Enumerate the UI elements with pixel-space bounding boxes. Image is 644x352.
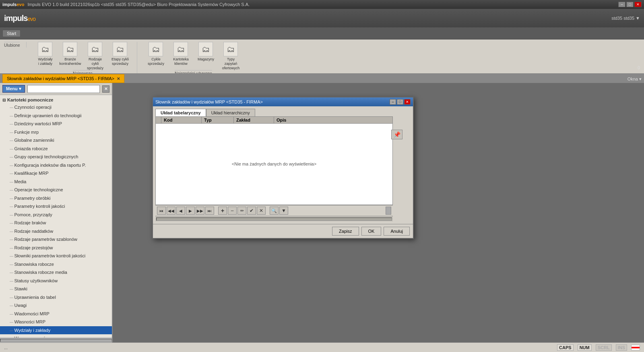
tree-item-parametry-kon[interactable]: Parametry kontroli jakości bbox=[0, 202, 112, 211]
tree-root-kartoteki[interactable]: ⊟ Kartoteki pomocnicze bbox=[0, 97, 112, 103]
dialog-minimize-button[interactable]: – bbox=[390, 99, 396, 105]
window-tab-slownik[interactable]: Słownik zakładów i wydziałów MRP <STD35 … bbox=[2, 74, 124, 83]
filter-icon[interactable]: 🔍 bbox=[270, 207, 279, 215]
ribbon-label-cykle: Cyklesprzedaży bbox=[148, 57, 164, 66]
start-button[interactable]: Start bbox=[2, 30, 21, 37]
sidebar: Menu ▾ ✕ ⊟ Kartoteki pomocnicze Czynnośc… bbox=[0, 83, 113, 342]
tree-item-uprawnienia[interactable]: Uprawnienia do tabel bbox=[0, 293, 112, 302]
window-tab-close-icon[interactable]: ✕ bbox=[117, 77, 120, 81]
nav-first-button[interactable]: ⏮ bbox=[157, 207, 166, 215]
tree-item-czynnosci[interactable]: Czynności operacji bbox=[0, 103, 112, 112]
tree-item-pomoce[interactable]: Pomoce, przyrządy bbox=[0, 211, 112, 219]
tree-item-gniazda[interactable]: Gniazda robocze bbox=[0, 145, 112, 153]
ribbon-item-etapy-cykli[interactable]: 🗂 Etapy cyklisprzedaży bbox=[109, 42, 130, 70]
nav-prev-prev-button[interactable]: ◀◀ bbox=[167, 207, 175, 215]
ribbon: Ulubione 🗂 Wydziałyi zakłady 🗂 Branżekon… bbox=[0, 39, 644, 76]
tree-item-parametry-obr[interactable]: Parametry obróbki bbox=[0, 194, 112, 203]
add-button[interactable]: + bbox=[218, 207, 227, 215]
filter-down-icon[interactable]: ▼ bbox=[279, 207, 288, 215]
minimize-button[interactable]: – bbox=[618, 2, 625, 7]
ribbon-icons-najczesciej: 🗂 Cyklesprzedaży 🗂 Kartotekaklientów 🗂 M… bbox=[145, 42, 241, 70]
col-opis[interactable]: Opis bbox=[274, 117, 392, 123]
maximize-button[interactable]: □ bbox=[626, 2, 634, 7]
tree-item-stanowiska-rob[interactable]: Stanowiska robocze bbox=[0, 260, 112, 269]
user-area[interactable]: std35 std35 ▼ bbox=[611, 16, 640, 21]
tree-item-wiadomosci[interactable]: Wiadomości MRP bbox=[0, 310, 112, 318]
nav-prev-button[interactable]: ◀ bbox=[176, 207, 185, 215]
tree-item-rodzaje-brakow[interactable]: Rodzaje braków bbox=[0, 219, 112, 227]
remove-button[interactable]: – bbox=[228, 207, 237, 215]
tree-item-uwagi[interactable]: Uwagi bbox=[0, 301, 112, 310]
nav-next-next-button[interactable]: ▶▶ bbox=[196, 207, 204, 215]
dialog-maximize-button[interactable]: □ bbox=[397, 99, 403, 105]
ribbon-item-branze[interactable]: 🗂 Branżekontrahentów bbox=[60, 42, 80, 70]
tree-item-media[interactable]: Media bbox=[0, 178, 112, 186]
tree-item-stanowiska-med[interactable]: Stanowiska robocze media bbox=[0, 268, 112, 277]
title-text: Impuls EVO 1.0 build 20121026sp1b <std35… bbox=[27, 2, 618, 7]
toolbar: Start bbox=[0, 27, 644, 39]
tree-item-dziedziny[interactable]: Dziedziny wartości MRP bbox=[0, 120, 112, 128]
ribbon-icon-typy: 🗂 bbox=[223, 42, 238, 56]
tab-strip: Słownik zakładów i wydziałów MRP <STD35 … bbox=[0, 73, 644, 83]
cancel-button[interactable]: Anuluj bbox=[384, 227, 410, 236]
save-button[interactable]: Zapisz bbox=[332, 227, 359, 236]
ribbon-label-typy: Typy zapytańofertowych bbox=[220, 57, 241, 70]
tree-item-rodzaje-nadd[interactable]: Rodzaje naddatków bbox=[0, 227, 112, 236]
dialog-top-icon-button[interactable]: 📌 bbox=[391, 130, 402, 139]
ribbon-item-typy-zapytan[interactable]: 🗂 Typy zapytańofertowych bbox=[220, 42, 241, 70]
ribbon-icon-kartoteka: 🗂 bbox=[173, 42, 188, 56]
num-indicator: NUM bbox=[578, 344, 592, 351]
tree-item-globalne[interactable]: Globalne zamienniki bbox=[0, 136, 112, 145]
ribbon-item-rodzaje-cykli[interactable]: 🗂 Rodzaje cyklisprzedaży bbox=[85, 42, 105, 70]
cancel-action-button[interactable]: ✕ bbox=[257, 207, 266, 215]
nav-next-button[interactable]: ▶ bbox=[186, 207, 195, 215]
ribbon-icon-magazyny: 🗂 bbox=[198, 42, 213, 56]
confirm-button[interactable]: ✔ bbox=[247, 207, 256, 215]
dialog-scrollbar-horizontal[interactable] bbox=[155, 216, 393, 222]
windows-label[interactable]: Okna ▾ bbox=[627, 77, 642, 83]
tree-item-statusy[interactable]: Statusy użytkowników bbox=[0, 277, 112, 285]
col-kod[interactable]: Kod bbox=[161, 117, 202, 123]
tree-item-operacje[interactable]: Operacje technologiczne bbox=[0, 186, 112, 194]
tree-item-funkcje[interactable]: Funkcje mrp bbox=[0, 128, 112, 137]
col-zaklad[interactable]: Zakład bbox=[234, 117, 274, 123]
tree-item-slowniki[interactable]: Słowniki parametrów kontroli jakości bbox=[0, 252, 112, 260]
ribbon-label-etapy-cykli: Etapy cyklisprzedaży bbox=[111, 57, 129, 66]
dialog-tabs: Układ tabelaryczny Układ hierarchiczny bbox=[155, 109, 393, 116]
tree-item-grupy[interactable]: Grupy operacji technologicznych bbox=[0, 153, 112, 161]
sidebar-search-input[interactable] bbox=[27, 85, 100, 93]
tree-item-konfiguracja[interactable]: Konfiguracja indeksów dla raportu P. bbox=[0, 161, 112, 170]
ribbon-label-magazyny: Magazyny bbox=[198, 57, 214, 62]
sidebar-menu-button[interactable]: Menu ▾ bbox=[2, 85, 25, 93]
tree-item-definicje[interactable]: Definicje uprawnień do technologii bbox=[0, 112, 112, 120]
tree-item-wlasnosci[interactable]: Własności MRP bbox=[0, 318, 112, 326]
tree-item-stawki[interactable]: Stawki bbox=[0, 285, 112, 293]
tree-item-wzorce[interactable]: Wzorce numerów bbox=[0, 334, 112, 338]
close-button[interactable]: ✕ bbox=[634, 2, 642, 7]
tree-item-rodzaje-prze[interactable]: Rodzaje przestojów bbox=[0, 244, 112, 252]
ribbon-item-cykle-sprzedazy[interactable]: 🗂 Cyklesprzedaży bbox=[145, 42, 166, 70]
dialog-tab-hierarchiczny[interactable]: Układ hierarchiczny bbox=[206, 109, 255, 116]
ins-indicator: INS bbox=[616, 344, 627, 351]
right-counter: 0 bbox=[638, 65, 640, 70]
dialog-tab-tabelaryczny[interactable]: Układ tabelaryczny bbox=[155, 109, 206, 116]
nav-last-button[interactable]: ⏭ bbox=[205, 207, 214, 215]
tree-item-kwalifikacje[interactable]: Kwalifikacje MRP bbox=[0, 169, 112, 178]
ribbon-item-wydzialy[interactable]: 🗂 Wydziałyi zakłady bbox=[35, 42, 56, 70]
sidebar-close-button[interactable]: ✕ bbox=[102, 85, 109, 93]
ribbon-group-ulubione: Ulubione bbox=[4, 42, 27, 48]
tree-item-wydzialy[interactable]: Wydziały i zakłady bbox=[0, 326, 112, 335]
col-typ[interactable]: Typ bbox=[202, 117, 234, 123]
sidebar-scrollbar-horizontal[interactable] bbox=[0, 338, 112, 342]
scrollbar-thumb[interactable] bbox=[386, 207, 391, 215]
status-dots: ... bbox=[4, 345, 8, 350]
edit-button[interactable]: ✏ bbox=[237, 207, 246, 215]
dialog-slownik: Słownik zakładów i wydziałów MRP <STD35 … bbox=[152, 97, 414, 239]
tree-item-rodzaje-param[interactable]: Rodzaje parametrów szablonów bbox=[0, 235, 112, 244]
ribbon-item-kartoteka[interactable]: 🗂 Kartotekaklientów bbox=[170, 42, 191, 70]
scrollbar-track bbox=[156, 217, 392, 221]
dialog-close-button[interactable]: ✕ bbox=[404, 99, 411, 105]
ok-button[interactable]: OK bbox=[361, 227, 382, 236]
ribbon-item-magazyny[interactable]: 🗂 Magazyny bbox=[195, 42, 216, 70]
dialog-empty-message: <Nie ma żadnych danych do wyświetlenia> bbox=[156, 124, 392, 204]
